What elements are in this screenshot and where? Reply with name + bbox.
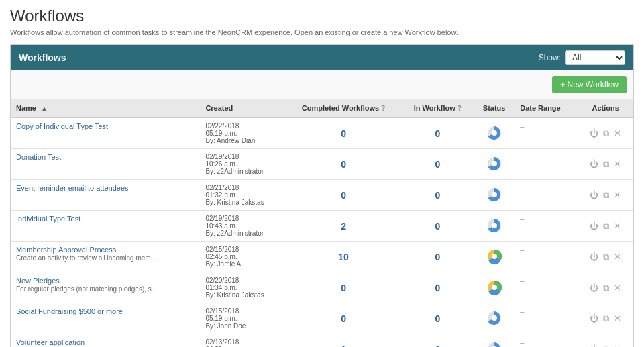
status-icon <box>487 156 502 171</box>
workflow-name-link[interactable]: Copy of Individual Type Test <box>16 122 108 130</box>
cell-name: Individual Type Test <box>11 211 200 242</box>
status-icon <box>487 311 502 326</box>
cell-status <box>474 149 515 180</box>
date-range-value: – <box>520 338 524 346</box>
workflow-name-link[interactable]: Donation Test <box>16 153 61 161</box>
workflow-name-link[interactable]: Event reminder email to attendees <box>16 184 129 192</box>
workflow-desc: For regular pledges (not matching pledge… <box>16 285 195 293</box>
completed-count: 0 <box>341 128 346 139</box>
copy-button[interactable]: ⧉ <box>602 158 610 170</box>
col-actions: Actions <box>578 99 633 117</box>
completed-help-icon[interactable]: ? <box>381 105 385 112</box>
cell-actions: ⏻ ⧉ ✕ <box>578 272 633 303</box>
copy-button[interactable]: ⧉ <box>602 344 610 348</box>
svg-point-11 <box>492 285 497 290</box>
toggle-active-button[interactable]: ⏻ <box>588 251 600 262</box>
table-row: Individual Type Test 02/19/2018 10:43 a.… <box>11 211 633 242</box>
toggle-active-button[interactable]: ⏻ <box>588 282 600 293</box>
svg-point-9 <box>492 254 497 259</box>
delete-button[interactable]: ✕ <box>612 282 623 293</box>
created-by: By: John Doe <box>205 322 280 330</box>
date-range-value: – <box>520 215 524 223</box>
toggle-active-button[interactable]: ⏻ <box>588 158 600 170</box>
status-icon <box>487 249 502 264</box>
delete-button[interactable]: ✕ <box>612 251 623 262</box>
action-buttons: ⏻ ⧉ ✕ <box>583 158 628 170</box>
created-by: By: Jamie A <box>205 260 280 268</box>
created-time: 10:26 a.m. <box>205 160 280 168</box>
cell-created: 02/15/2018 02:45 p.m. By: Jamie A <box>200 242 285 272</box>
cell-status <box>474 242 515 272</box>
cell-completed: 0 <box>286 149 402 180</box>
table-header-row: Name ▲ Created Completed Workflows ? In … <box>11 99 633 117</box>
cell-actions: ⏻ ⧉ ✕ <box>578 117 633 149</box>
toggle-active-button[interactable]: ⏻ <box>588 189 600 201</box>
created-date: 02/20/2018 <box>205 277 280 284</box>
copy-button[interactable]: ⧉ <box>602 128 610 140</box>
copy-button[interactable]: ⧉ <box>602 282 610 294</box>
in-workflow-count: 0 <box>435 283 440 293</box>
cell-status <box>474 211 515 242</box>
cell-status <box>474 117 515 149</box>
table-row: New Pledges For regular pledges (not mat… <box>11 272 633 303</box>
cell-actions: ⏻ ⧉ ✕ <box>578 211 633 242</box>
status-icon <box>487 187 502 202</box>
workflow-name-link[interactable]: Membership Approval Process <box>16 246 116 254</box>
completed-count: 0 <box>341 159 346 170</box>
cell-completed: 0 <box>286 272 402 303</box>
col-in-workflow: In Workflow ? <box>402 99 474 117</box>
workflow-name-link[interactable]: Volunteer application <box>16 338 85 346</box>
svg-point-5 <box>492 192 497 197</box>
in-workflow-help-icon[interactable]: ? <box>458 105 462 112</box>
cell-name: Donation Test <box>11 149 200 180</box>
delete-button[interactable]: ✕ <box>612 189 623 201</box>
cell-date-range: – <box>515 117 578 149</box>
date-range-value: – <box>520 246 524 254</box>
status-icon <box>487 280 502 295</box>
copy-button[interactable]: ⧉ <box>602 251 610 263</box>
delete-button[interactable]: ✕ <box>612 344 623 347</box>
in-workflow-count: 0 <box>435 313 440 324</box>
cell-name: New Pledges For regular pledges (not mat… <box>11 272 200 303</box>
cell-in-workflow: 0 <box>402 272 474 303</box>
toggle-active-button[interactable]: ⏻ <box>588 344 600 347</box>
completed-count: 0 <box>341 283 346 293</box>
created-by: By: z2Administrator <box>205 230 280 237</box>
toggle-active-button[interactable]: ⏻ <box>588 313 600 324</box>
in-workflow-count: 0 <box>435 128 440 139</box>
panel-header: Workflows Show: All Active Inactive <box>11 45 633 70</box>
copy-button[interactable]: ⧉ <box>602 220 610 232</box>
copy-button[interactable]: ⧉ <box>602 189 610 201</box>
cell-created: 02/22/2018 05:19 p.m. By: Andrew Dian <box>200 117 285 149</box>
new-workflow-button[interactable]: + New Workflow <box>552 76 627 93</box>
status-icon <box>487 342 502 348</box>
workflow-name-link[interactable]: New Pledges <box>16 277 60 285</box>
show-select[interactable]: All Active Inactive <box>565 50 625 65</box>
cell-in-workflow: 0 <box>402 334 474 348</box>
completed-count: 0 <box>341 190 346 201</box>
action-buttons: ⏻ ⧉ ✕ <box>583 128 628 140</box>
cell-in-workflow: 0 <box>402 149 474 180</box>
created-date: 02/19/2018 <box>205 153 280 160</box>
status-icon <box>487 218 502 233</box>
copy-button[interactable]: ⧉ <box>602 313 610 325</box>
delete-button[interactable]: ✕ <box>612 220 623 232</box>
cell-date-range: – <box>515 211 578 242</box>
toggle-active-button[interactable]: ⏻ <box>588 128 600 139</box>
table-row: Donation Test 02/19/2018 10:26 a.m. By: … <box>11 149 633 180</box>
cell-in-workflow: 0 <box>402 180 474 211</box>
action-buttons: ⏻ ⧉ ✕ <box>583 344 628 348</box>
svg-point-7 <box>492 223 497 228</box>
svg-point-3 <box>492 161 497 166</box>
cell-date-range: – <box>515 242 578 272</box>
col-completed: Completed Workflows ? <box>286 99 402 117</box>
toggle-active-button[interactable]: ⏻ <box>588 220 600 232</box>
cell-status <box>474 303 515 334</box>
cell-created: 02/15/2018 05:19 p.m. By: John Doe <box>200 303 285 334</box>
delete-button[interactable]: ✕ <box>612 158 623 170</box>
delete-button[interactable]: ✕ <box>612 313 623 324</box>
workflow-name-link[interactable]: Social Fundraising $500 or more <box>16 307 123 315</box>
created-date: 02/13/2018 <box>205 338 280 346</box>
workflow-name-link[interactable]: Individual Type Test <box>16 215 80 223</box>
delete-button[interactable]: ✕ <box>612 128 623 139</box>
